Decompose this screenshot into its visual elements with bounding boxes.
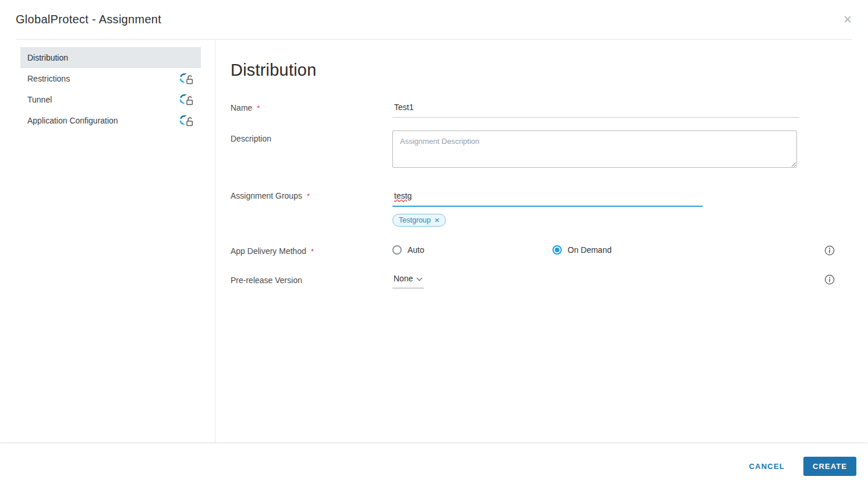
- dialog-sidebar: Distribution Restrictions T: [0, 40, 215, 443]
- required-marker: *: [307, 192, 310, 200]
- close-icon[interactable]: ✕: [843, 14, 852, 25]
- sidebar-item-label: Restrictions: [27, 74, 70, 83]
- radio-unselected-icon: [392, 245, 402, 255]
- radio-option-on-demand[interactable]: On Demand: [552, 245, 611, 255]
- description-textarea[interactable]: [392, 130, 797, 168]
- distribution-panel: Distribution Name* Description: [215, 40, 868, 443]
- sidebar-item-restrictions[interactable]: Restrictions: [20, 68, 201, 89]
- chevron-down-icon: [416, 273, 423, 284]
- sidebar-item-distribution[interactable]: Distribution: [20, 47, 201, 68]
- sidebar-item-label: Tunnel: [27, 95, 52, 104]
- app-delivery-method-label: App Delivery Method*: [231, 243, 392, 256]
- radio-label: Auto: [408, 245, 424, 255]
- assignment-group-chip[interactable]: Testgroup ✕: [392, 214, 446, 227]
- page-title: Distribution: [231, 61, 835, 80]
- prerelease-version-label: Pre-release Version: [231, 272, 392, 285]
- globalprotect-assignment-dialog: GlobalProtect - Assignment ✕ Distributio…: [0, 0, 868, 494]
- assignment-groups-input[interactable]: testg: [392, 188, 703, 207]
- create-button[interactable]: CREATE: [803, 457, 856, 476]
- dialog-header: GlobalProtect - Assignment ✕: [0, 0, 868, 40]
- assignment-groups-typed-text: testg: [394, 191, 412, 200]
- sync-unlocked-icon: [179, 115, 194, 126]
- sidebar-item-label: Distribution: [27, 53, 68, 62]
- sync-unlocked-icon: [179, 73, 194, 84]
- sync-unlocked-icon: [179, 94, 194, 105]
- sidebar-item-tunnel[interactable]: Tunnel: [20, 89, 201, 110]
- name-label: Name*: [231, 100, 392, 112]
- radio-selected-icon: [552, 245, 562, 255]
- name-input[interactable]: [392, 100, 799, 118]
- required-marker: *: [257, 104, 260, 112]
- sidebar-item-label: Application Configuration: [27, 116, 118, 125]
- cancel-button[interactable]: CANCEL: [746, 456, 788, 477]
- description-label: Description: [231, 130, 392, 143]
- assignment-groups-label: Assignment Groups*: [231, 188, 392, 200]
- dialog-footer: CANCEL CREATE: [0, 443, 868, 494]
- prerelease-version-select[interactable]: None: [392, 272, 424, 288]
- sidebar-item-application-configuration[interactable]: Application Configuration: [20, 110, 201, 131]
- chip-label: Testgroup: [399, 216, 431, 224]
- prerelease-info-icon[interactable]: [824, 272, 835, 287]
- radio-label: On Demand: [568, 245, 611, 255]
- select-value: None: [394, 274, 413, 283]
- required-marker: *: [311, 247, 314, 256]
- app-delivery-info-icon[interactable]: [824, 243, 835, 258]
- chip-remove-icon[interactable]: ✕: [434, 217, 440, 224]
- dialog-title: GlobalProtect - Assignment: [16, 13, 161, 26]
- radio-option-auto[interactable]: Auto: [392, 245, 552, 255]
